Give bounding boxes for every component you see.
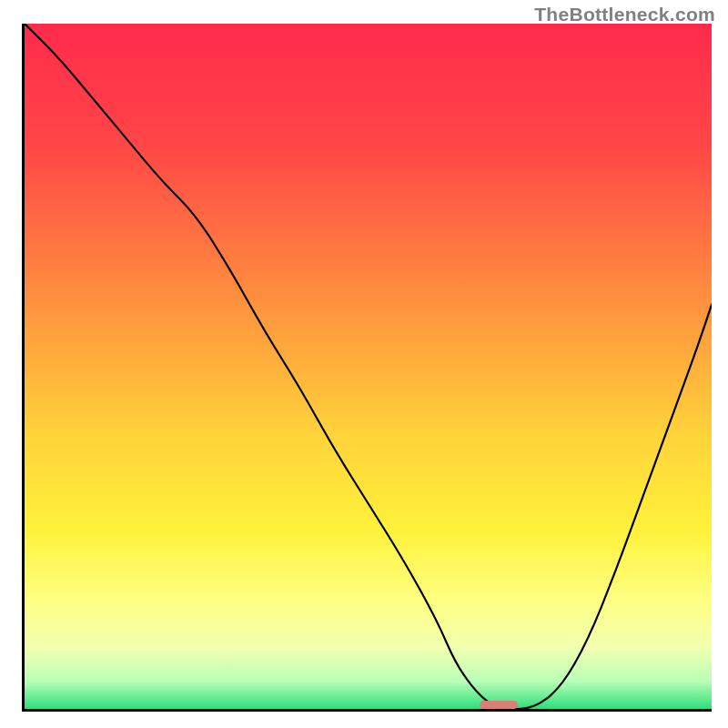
optimal-point-marker xyxy=(480,701,518,709)
plot-area xyxy=(22,24,712,712)
chart-curve xyxy=(25,24,712,709)
watermark-text: TheBottleneck.com xyxy=(534,4,715,25)
